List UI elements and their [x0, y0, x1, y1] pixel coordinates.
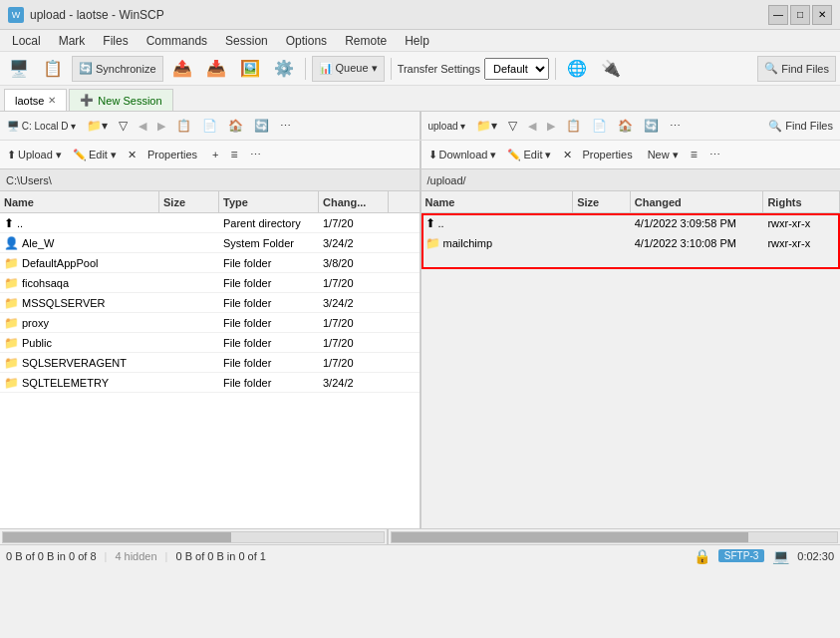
menu-commands[interactable]: Commands [139, 32, 215, 50]
left-edit-button[interactable]: ✏️ Edit ▾ [68, 144, 122, 165]
right-nav-btn[interactable]: 📁▾ [471, 115, 502, 137]
left-col-name[interactable]: Name [0, 191, 159, 212]
session-tab-close[interactable]: ✕ [48, 95, 56, 106]
table-row[interactable]: 📁 SQLSERVERAGENT File folder 1/7/20 [0, 353, 420, 373]
menu-session[interactable]: Session [217, 32, 276, 50]
lock-icon: 🔒 [694, 548, 710, 564]
right-copy-btn[interactable]: 📋 [561, 115, 586, 137]
sync-button[interactable]: 🔄 Synchronize [72, 56, 163, 82]
toolbar-icon-6[interactable]: ⚙️ [269, 58, 299, 80]
right-col-changed[interactable]: Changed [631, 191, 764, 212]
left-back-btn[interactable]: ◀ [134, 115, 151, 137]
table-row[interactable]: 📁 mailchimp 4/1/2022 3:10:08 PM rwxr-xr-… [421, 233, 841, 253]
dual-toolbar: 🖥️ C: Local D ▾ 📁▾ ▽ ◀ ▶ 📋 📄 🏠 🔄 ⋯ uploa… [0, 112, 840, 141]
toolbar-icon-4[interactable]: 📥 [201, 58, 231, 80]
toolbar-icon-1[interactable]: 🖥️ [4, 58, 34, 80]
table-row[interactable]: 📁 DefaultAppPool File folder 3/8/20 [0, 253, 420, 273]
left-properties-btn[interactable]: Properties [142, 144, 202, 165]
right-fwd-btn[interactable]: ▶ [542, 115, 560, 137]
right-paste-btn[interactable]: 📄 [587, 115, 612, 137]
folder-icon: 📁 [425, 236, 440, 250]
menu-options[interactable]: Options [278, 32, 335, 50]
left-col-size[interactable]: Size [159, 191, 219, 212]
transfer-label: Transfer Settings [398, 63, 480, 75]
menu-help[interactable]: Help [397, 32, 437, 50]
menu-mark[interactable]: Mark [51, 32, 94, 50]
status-bar: 0 B of 0 B in 0 of 8 | 4 hidden | 0 B of… [0, 544, 840, 566]
right-scrollbar[interactable] [389, 529, 840, 544]
right-find-btn[interactable]: 🔍 Find Files [763, 115, 838, 137]
menu-remote[interactable]: Remote [337, 32, 395, 50]
folder-icon: 📁 [4, 296, 19, 310]
left-refresh-btn[interactable]: 🔄 [249, 115, 274, 137]
table-row[interactable]: 📁 Public File folder 1/7/20 [0, 333, 420, 353]
table-row[interactable]: ⬆ .. 4/1/2022 3:09:58 PM rwxr-xr-x [421, 213, 841, 233]
table-row[interactable]: 📁 SQLTELEMETRY File folder 3/24/2 [0, 373, 420, 393]
table-row[interactable]: 👤 Ale_W System Folder 3/24/2 [0, 233, 420, 253]
left-col-type[interactable]: Type [219, 191, 319, 212]
left-home-btn[interactable]: 🏠 [223, 115, 248, 137]
left-list-btn[interactable]: ≡ [226, 144, 243, 165]
right-list-btn[interactable]: ≡ [686, 144, 702, 165]
table-row[interactable]: ⬆ .. Parent directory 1/7/20 [0, 213, 420, 233]
right-col-size[interactable]: Size [573, 191, 631, 212]
right-col-name[interactable]: Name [421, 191, 574, 212]
right-col-rights[interactable]: Rights [763, 191, 840, 212]
download-button[interactable]: ⬇ Download ▾ [423, 144, 502, 165]
left-panel: C:\Users\ Name Size Type Chang... ⬆ .. P… [0, 169, 421, 528]
file-browser-panels: C:\Users\ Name Size Type Chang... ⬆ .. P… [0, 169, 840, 528]
left-filter-btn[interactable]: ▽ [114, 115, 133, 137]
main-toolbar: 🖥️ 📋 🔄 Synchronize 📤 📥 🖼️ ⚙️ 📊 Queue ▾ T… [0, 52, 840, 86]
toolbar-icon-7[interactable]: 🌐 [562, 58, 592, 80]
left-delete-button[interactable]: ✕ [123, 144, 141, 165]
folder-icon: 📁 [4, 336, 19, 350]
queue-button[interactable]: 📊 Queue ▾ [312, 56, 385, 82]
user-folder-icon: 👤 [4, 236, 19, 250]
find-files-button[interactable]: 🔍 Find Files [757, 56, 836, 82]
upload-button[interactable]: ⬆ Upload ▾ [2, 144, 67, 165]
left-scrollbar[interactable] [0, 529, 389, 544]
minimize-button[interactable]: — [768, 5, 788, 25]
left-more-actions[interactable]: ⋯ [245, 144, 266, 165]
menu-local[interactable]: Local [4, 32, 49, 50]
transfer-select[interactable]: Default [484, 58, 549, 80]
toolbar-icon-8[interactable]: 🔌 [596, 58, 626, 80]
toolbar-icon-5[interactable]: 🖼️ [235, 58, 265, 80]
new-session-tab[interactable]: ➕ New Session [69, 89, 172, 111]
right-file-toolbar: ⬇ Download ▾ ✏️ Edit ▾ ✕ Properties New … [421, 141, 841, 168]
table-row[interactable]: 📁 proxy File folder 1/7/20 [0, 313, 420, 333]
left-drive-selector[interactable]: 🖥️ C: Local D ▾ [2, 115, 81, 137]
right-filter-btn[interactable]: ▽ [503, 115, 522, 137]
right-refresh-btn[interactable]: 🔄 [639, 115, 664, 137]
right-new-btn[interactable]: New ▾ [643, 144, 684, 165]
folder-icon: 📁 [4, 316, 19, 330]
left-copy-btn[interactable]: 📋 [171, 115, 196, 137]
window-title: upload - laotse - WinSCP [30, 8, 164, 22]
close-button[interactable]: ✕ [812, 5, 832, 25]
left-nav-btn[interactable]: 📁▾ [82, 115, 113, 137]
right-back-btn[interactable]: ◀ [523, 115, 541, 137]
right-col-headers: Name Size Changed Rights [421, 191, 841, 213]
toolbar-icon-2[interactable]: 📋 [38, 58, 68, 80]
table-row[interactable]: 📁 MSSQLSERVER File folder 3/24/2 [0, 293, 420, 313]
left-more-btn[interactable]: ⋯ [275, 115, 296, 137]
left-new-item-btn[interactable]: + [207, 144, 223, 165]
left-fwd-btn[interactable]: ▶ [152, 115, 170, 137]
app-icon: W [8, 7, 24, 23]
right-delete-button[interactable]: ✕ [558, 144, 577, 165]
file-action-toolbars: ⬆ Upload ▾ ✏️ Edit ▾ ✕ Properties + ≡ ⋯ … [0, 141, 840, 169]
maximize-button[interactable]: □ [790, 5, 810, 25]
right-more-btn[interactable]: ⋯ [665, 115, 686, 137]
right-drive-selector[interactable]: upload ▾ [423, 115, 471, 137]
table-row[interactable]: 📁 ficohsaqa File folder 1/7/20 [0, 273, 420, 293]
toolbar-icon-3[interactable]: 📤 [167, 58, 197, 80]
right-edit-button[interactable]: ✏️ Edit ▾ [502, 144, 556, 165]
right-home-btn[interactable]: 🏠 [613, 115, 638, 137]
menu-files[interactable]: Files [95, 32, 136, 50]
right-more-actions[interactable]: ⋯ [704, 144, 725, 165]
new-session-icon: ➕ [80, 94, 94, 107]
left-col-changed[interactable]: Chang... [319, 191, 389, 212]
left-paste-btn[interactable]: 📄 [197, 115, 222, 137]
right-properties-btn[interactable]: Properties [578, 144, 638, 165]
session-tab-laotse[interactable]: laotse ✕ [4, 89, 67, 111]
